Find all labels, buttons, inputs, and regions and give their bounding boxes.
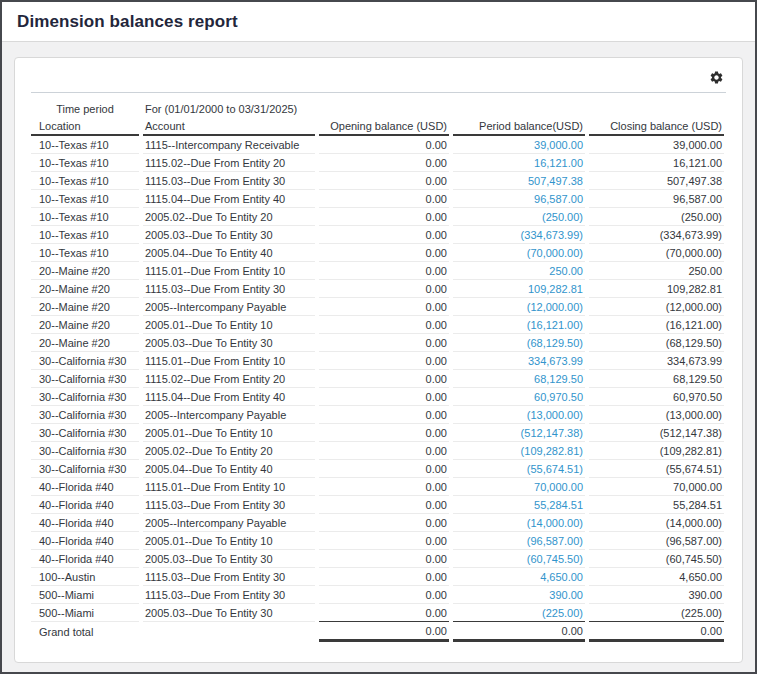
table-row: 30--California #301115.04--Due From Enti… xyxy=(31,388,724,406)
period-balance-link[interactable]: (16,121.00) xyxy=(453,316,585,334)
period-balance-link[interactable]: 55,284.51 xyxy=(453,496,585,514)
table-row: 30--California #302005.04--Due To Entity… xyxy=(31,460,724,478)
table-row: 30--California #301115.01--Due From Enti… xyxy=(31,352,724,370)
location-cell: 30--California #30 xyxy=(31,370,139,388)
closing-balance-cell: (334,673.99) xyxy=(589,226,724,244)
period-balance-link[interactable]: (60,745.50) xyxy=(453,550,585,568)
opening-balance-cell: 0.00 xyxy=(319,442,449,460)
account-cell: 2005--Intercompany Payable xyxy=(143,298,315,316)
opening-balance-cell: 0.00 xyxy=(319,208,449,226)
period-balance-link[interactable]: 16,121.00 xyxy=(453,154,585,172)
column-header-closing-balance: Closing balance (USD) xyxy=(589,117,724,136)
period-balance-link[interactable]: (512,147.38) xyxy=(453,424,585,442)
account-cell: 1115.04--Due From Entity 40 xyxy=(143,388,315,406)
table-row: 40--Florida #402005--Intercompany Payabl… xyxy=(31,514,724,532)
account-cell: 1115--Intercompany Receivable xyxy=(143,136,315,154)
period-balance-link[interactable]: (334,673.99) xyxy=(453,226,585,244)
location-cell: 40--Florida #40 xyxy=(31,514,139,532)
period-balance-link[interactable]: (70,000.00) xyxy=(453,244,585,262)
period-balance-link[interactable]: (225.00) xyxy=(453,604,585,622)
closing-balance-cell: 250.00 xyxy=(589,262,724,280)
location-cell: 20--Maine #20 xyxy=(31,280,139,298)
column-header-location: Location xyxy=(31,117,139,136)
period-balance-link[interactable]: 70,000.00 xyxy=(453,478,585,496)
period-balance-link[interactable]: (68,129.50) xyxy=(453,334,585,352)
account-cell: 2005.01--Due To Entity 10 xyxy=(143,532,315,550)
closing-balance-cell: (13,000.00) xyxy=(589,406,724,424)
period-balance-link[interactable]: (12,000.00) xyxy=(453,298,585,316)
closing-balance-cell: 68,129.50 xyxy=(589,370,724,388)
opening-balance-cell: 0.00 xyxy=(319,568,449,586)
closing-balance-cell: (512,147.38) xyxy=(589,424,724,442)
period-balance-link[interactable]: (55,674.51) xyxy=(453,460,585,478)
table-row: 20--Maine #202005.03--Due To Entity 300.… xyxy=(31,334,724,352)
opening-balance-cell: 0.00 xyxy=(319,172,449,190)
closing-balance-cell: (109,282.81) xyxy=(589,442,724,460)
account-cell: 1115.02--Due From Entity 20 xyxy=(143,370,315,388)
closing-balance-cell: 4,650.00 xyxy=(589,568,724,586)
period-balance-link[interactable]: (109,282.81) xyxy=(453,442,585,460)
report-card: Time period For (01/01/2000 to 03/31/202… xyxy=(14,57,743,663)
period-balance-link[interactable]: 39,000.00 xyxy=(453,136,585,154)
table-row: 40--Florida #401115.01--Due From Entity … xyxy=(31,478,724,496)
location-cell: 10--Texas #10 xyxy=(31,172,139,190)
closing-balance-cell: (250.00) xyxy=(589,208,724,226)
account-cell: 2005--Intercompany Payable xyxy=(143,514,315,532)
period-balance-link[interactable]: (96,587.00) xyxy=(453,532,585,550)
location-cell: 20--Maine #20 xyxy=(31,316,139,334)
location-cell: 10--Texas #10 xyxy=(31,136,139,154)
column-header-opening-balance: Opening balance (USD) xyxy=(319,117,449,136)
table-row: 20--Maine #201115.03--Due From Entity 30… xyxy=(31,280,724,298)
table-row: 20--Maine #202005.01--Due To Entity 100.… xyxy=(31,316,724,334)
period-balance-link[interactable]: 109,282.81 xyxy=(453,280,585,298)
table-row: 10--Texas #101115--Intercompany Receivab… xyxy=(31,136,724,154)
opening-balance-cell: 0.00 xyxy=(319,316,449,334)
location-cell: 30--California #30 xyxy=(31,406,139,424)
closing-balance-cell: (68,129.50) xyxy=(589,334,724,352)
period-balance-link[interactable]: (14,000.00) xyxy=(453,514,585,532)
period-balance-link[interactable]: 250.00 xyxy=(453,262,585,280)
period-balance-link[interactable]: 390.00 xyxy=(453,586,585,604)
opening-balance-cell: 0.00 xyxy=(319,550,449,568)
account-cell: 1115.01--Due From Entity 10 xyxy=(143,352,315,370)
period-balance-link[interactable]: 96,587.00 xyxy=(453,190,585,208)
settings-button[interactable] xyxy=(707,68,726,87)
period-balance-link[interactable]: (13,000.00) xyxy=(453,406,585,424)
opening-balance-cell: 0.00 xyxy=(319,154,449,172)
closing-balance-cell: (96,587.00) xyxy=(589,532,724,550)
account-cell: 1115.03--Due From Entity 30 xyxy=(143,586,315,604)
column-header-row: Location Account Opening balance (USD) P… xyxy=(31,117,724,136)
location-cell: 10--Texas #10 xyxy=(31,154,139,172)
account-cell: 1115.03--Due From Entity 30 xyxy=(143,568,315,586)
account-cell: 2005.02--Due To Entity 20 xyxy=(143,208,315,226)
table-row: 500--Miami2005.03--Due To Entity 300.00(… xyxy=(31,604,724,622)
closing-balance-cell: 96,587.00 xyxy=(589,190,724,208)
location-cell: 500--Miami xyxy=(31,604,139,622)
closing-balance-cell: 109,282.81 xyxy=(589,280,724,298)
location-cell: 40--Florida #40 xyxy=(31,496,139,514)
location-cell: 20--Maine #20 xyxy=(31,334,139,352)
period-balance-link[interactable]: 68,129.50 xyxy=(453,370,585,388)
report-table-body: 10--Texas #101115--Intercompany Receivab… xyxy=(31,136,724,622)
period-balance-link[interactable]: (250.00) xyxy=(453,208,585,226)
account-cell: 1115.04--Due From Entity 40 xyxy=(143,190,315,208)
table-row: 10--Texas #101115.02--Due From Entity 20… xyxy=(31,154,724,172)
period-balance-link[interactable]: 334,673.99 xyxy=(453,352,585,370)
table-row: 10--Texas #101115.03--Due From Entity 30… xyxy=(31,172,724,190)
opening-balance-cell: 0.00 xyxy=(319,334,449,352)
opening-balance-cell: 0.00 xyxy=(319,532,449,550)
opening-balance-cell: 0.00 xyxy=(319,280,449,298)
period-balance-link[interactable]: 4,650.00 xyxy=(453,568,585,586)
location-cell: 30--California #30 xyxy=(31,352,139,370)
period-balance-link[interactable]: 507,497.38 xyxy=(453,172,585,190)
account-cell: 1115.02--Due From Entity 20 xyxy=(143,154,315,172)
period-balance-link[interactable]: 60,970.50 xyxy=(453,388,585,406)
table-row: 30--California #302005.02--Due To Entity… xyxy=(31,442,724,460)
table-row: 30--California #302005.01--Due To Entity… xyxy=(31,424,724,442)
grand-total-account-cell xyxy=(143,622,315,642)
content-area: Time period For (01/01/2000 to 03/31/202… xyxy=(2,42,755,673)
time-period-value: For (01/01/2000 to 03/31/2025) xyxy=(143,101,724,117)
account-cell: 2005.04--Due To Entity 40 xyxy=(143,460,315,478)
closing-balance-cell: (14,000.00) xyxy=(589,514,724,532)
table-row: 10--Texas #101115.04--Due From Entity 40… xyxy=(31,190,724,208)
